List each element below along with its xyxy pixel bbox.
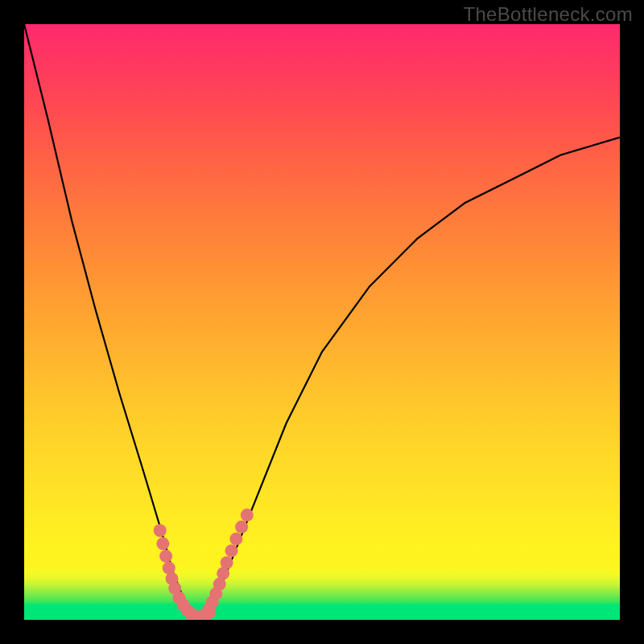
- bad-zone-marker: [159, 550, 172, 563]
- bad-zone-marker: [241, 509, 254, 522]
- chart-frame: TheBottleneck.com: [0, 0, 644, 644]
- watermark-text: TheBottleneck.com: [463, 3, 633, 26]
- bad-zone-marker: [221, 556, 233, 569]
- chart-svg: [24, 24, 620, 620]
- bad-zone-marker: [156, 537, 169, 550]
- bad-zone-marker: [154, 524, 167, 537]
- bottleneck-curve: [24, 24, 620, 617]
- bad-zone-marker-group: [154, 509, 254, 620]
- bad-zone-marker: [229, 532, 242, 545]
- bad-zone-marker: [235, 521, 248, 534]
- bad-zone-marker: [225, 544, 238, 557]
